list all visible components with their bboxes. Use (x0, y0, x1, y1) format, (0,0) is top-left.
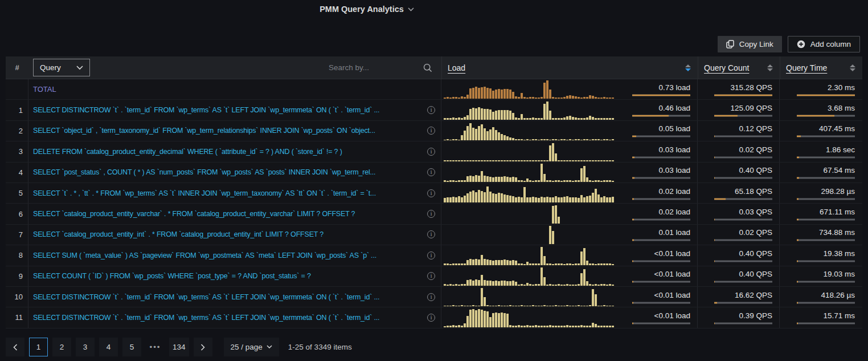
info-icon[interactable]: i (427, 210, 435, 218)
sparkline-bar (583, 197, 586, 203)
sparkline-bar (595, 139, 597, 141)
info-icon[interactable]: i (427, 106, 435, 114)
search-input[interactable] (329, 63, 419, 72)
load-value: <0.01 load (632, 249, 690, 257)
query-dimension-select[interactable]: Query (33, 59, 90, 76)
prev-page-button[interactable] (6, 338, 24, 356)
sparkline-bar (563, 160, 566, 161)
query-link[interactable]: SELECT `object_id` , `term_taxonomy_id` … (33, 127, 375, 135)
query-time-metric: 67.54 ms (797, 166, 855, 179)
sparkline-bar (589, 95, 591, 99)
page-button-5[interactable]: 5 (122, 338, 141, 356)
sparkline-bar (484, 297, 486, 307)
load-progress-bar (632, 156, 690, 158)
query-link[interactable]: DELETE FROM `catalog_product_entity_deci… (33, 148, 342, 156)
page-size-select[interactable]: 25 / page (224, 338, 279, 356)
page-ellipsis: ••• (146, 338, 165, 356)
dashboard-title[interactable]: PMM Query Analytics (0, 3, 734, 15)
info-icon[interactable]: i (427, 314, 435, 322)
query-link[interactable]: SELECT `catalog_product_entity_int` . * … (33, 230, 324, 238)
sparkline-bar (595, 118, 597, 120)
next-page-button[interactable] (194, 338, 212, 356)
copy-link-button[interactable]: Copy Link (718, 36, 782, 52)
sparkline-bar (481, 124, 483, 140)
info-icon[interactable]: i (427, 252, 435, 259)
sparkline-bar (538, 180, 540, 182)
sort-icon-load[interactable] (685, 64, 691, 71)
info-icon[interactable]: i (427, 148, 435, 156)
row-number: 3 (6, 141, 28, 161)
query-link[interactable]: SELECT `catalog_product_entity_varchar` … (33, 210, 355, 218)
sparkline-bar (475, 175, 477, 182)
query-count-cell: 0.39 QPS (697, 307, 779, 327)
sparkline-bar (549, 284, 551, 286)
load-cell: 0.01 load (441, 225, 697, 245)
query-link[interactable]: SELECT DISTINCTROW `t` . `term_id` FROM … (33, 106, 379, 114)
sort-icon-query-count[interactable] (767, 64, 773, 71)
query-link[interactable]: SELECT COUNT ( `ID` ) FROM `wp_posts` WH… (33, 272, 311, 280)
sparkline-bar (472, 128, 474, 140)
sparkline-bar (600, 263, 603, 265)
info-icon[interactable]: i (427, 293, 435, 301)
sparkline-bar (518, 325, 520, 327)
query-link[interactable]: SELECT `t` . * , `tt` . * FROM `wp_terms… (33, 189, 376, 197)
load-sparkline (444, 164, 615, 182)
query-time-progress-fill (797, 94, 855, 96)
sort-icon-query-time[interactable] (850, 64, 855, 71)
sparkline-bar (458, 325, 460, 327)
query-link[interactable]: TOTAL (33, 85, 56, 94)
sparkline-bar (484, 192, 486, 202)
sparkline-bar (535, 180, 537, 182)
query-link[interactable]: SELECT `post_status` , COUNT ( * ) AS `n… (33, 168, 375, 176)
search-icon[interactable] (423, 63, 432, 72)
page-button-3[interactable]: 3 (76, 338, 95, 356)
page-button-134[interactable]: 134 (169, 338, 189, 356)
chevron-down-icon (408, 7, 414, 11)
query-count-value: 0.39 QPS (714, 311, 772, 319)
query-count-metric: 125.09 QPS (714, 104, 772, 117)
info-icon[interactable]: i (427, 127, 435, 135)
query-link[interactable]: SELECT DISTINCTROW `t` . `term_id` FROM … (33, 314, 379, 322)
sparkline-bar (509, 305, 511, 306)
load-sparkline (444, 205, 615, 224)
page-button-2[interactable]: 2 (52, 338, 71, 356)
column-header-query-time[interactable]: Query Time (780, 56, 862, 79)
sparkline-bar (521, 197, 523, 202)
sparkline-bar (458, 160, 460, 161)
sparkline-bar (566, 284, 568, 286)
sparkline-bar (515, 326, 517, 327)
query-count-cell: 0.02 QPS (697, 225, 779, 245)
sparkline-bar (478, 309, 480, 327)
sparkline-bar (492, 306, 494, 306)
sparkline-bar (575, 160, 577, 161)
query-link[interactable]: SELECT SUM ( `meta_value` ) AS `pageview… (33, 252, 376, 259)
page-button-4[interactable]: 4 (99, 338, 118, 356)
info-icon[interactable]: i (427, 168, 435, 176)
sparkline-bar (538, 326, 540, 327)
load-metric: 0.03 load (632, 166, 690, 179)
sparkline-bar (447, 118, 449, 120)
table-row: 6SELECT `catalog_product_entity_varchar`… (6, 204, 862, 224)
query-link[interactable]: SELECT DISTINCTROW `t` . `term_id` FROM … (33, 293, 379, 301)
query-time-metric: 298.28 µs (797, 186, 855, 200)
sparkline-bar (466, 95, 469, 99)
sparkline-bar (526, 139, 529, 140)
info-icon[interactable]: i (427, 272, 435, 280)
add-column-button[interactable]: Add column (788, 36, 860, 52)
sparkline-bar (461, 197, 463, 203)
info-icon[interactable]: i (427, 189, 435, 197)
load-column-label: Load (448, 63, 465, 72)
sparkline-bar (575, 139, 577, 140)
column-header-load[interactable]: Load (441, 56, 698, 79)
query-cell: SELECT DISTINCTROW `t` . `term_id` FROM … (28, 287, 441, 307)
sparkline-bar (563, 264, 566, 265)
sparkline-bar (558, 284, 560, 286)
sparkline-bar (449, 180, 452, 182)
sparkline-bar (486, 131, 489, 141)
page-button-1[interactable]: 1 (29, 338, 48, 356)
query-count-value: 0.02 QPS (714, 228, 772, 237)
column-header-query-count[interactable]: Query Count (698, 56, 780, 79)
sparkline-bar (541, 97, 543, 99)
info-icon[interactable]: i (427, 230, 435, 238)
sparkline-bar (461, 135, 463, 141)
